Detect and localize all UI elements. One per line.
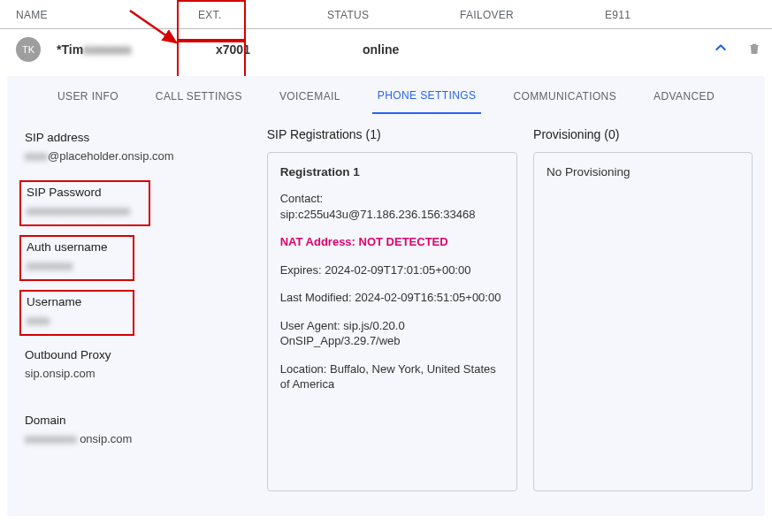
username-field: Username xxxx <box>19 290 134 336</box>
user-ext-cell: x7001 <box>180 42 278 57</box>
sip-address-value: xxxx@placeholder.onsip.com <box>25 149 246 163</box>
registration-expires: Expires: 2024-02-09T17:01:05+00:00 <box>280 262 504 278</box>
sip-address-label: SIP address <box>25 131 246 144</box>
registrations-column: SIP Registrations (1) Registration 1 Con… <box>267 127 517 491</box>
user-detail-panel: USER INFO CALL SETTINGS VOICEMAIL PHONE … <box>7 76 765 516</box>
provisioning-column: Provisioning (0) No Provisioning <box>533 127 753 491</box>
sip-address-suffix: @placeholder.onsip.com <box>48 149 174 163</box>
user-status-cell: online <box>278 42 437 57</box>
left-column: SIP address xxxx@placeholder.onsip.com S… <box>19 127 251 491</box>
tabs-bar: USER INFO CALL SETTINGS VOICEMAIL PHONE … <box>7 76 765 115</box>
domain-field: Domain xxxxxxxxx onsip.com <box>19 410 251 467</box>
delete-trash-icon[interactable] <box>747 41 761 58</box>
username-value: xxxx <box>27 314 127 327</box>
tab-call-settings[interactable]: CALL SETTINGS <box>150 78 248 113</box>
username-label: Username <box>27 295 127 308</box>
provisioning-heading: Provisioning (0) <box>533 127 753 141</box>
registrations-heading: SIP Registrations (1) <box>267 127 517 141</box>
outbound-proxy-field: Outbound Proxy sip.onsip.com <box>19 345 251 401</box>
outbound-proxy-value: sip.onsip.com <box>25 367 246 380</box>
registration-last-modified: Last Modified: 2024-02-09T16:51:05+00:00 <box>280 290 504 306</box>
provisioning-card: No Provisioning <box>533 152 753 491</box>
col-header-ext: EXT. <box>177 5 283 21</box>
tab-voicemail[interactable]: VOICEMAIL <box>274 78 346 113</box>
auth-username-value: xxxxxxxx <box>27 259 127 272</box>
domain-label: Domain <box>25 414 246 427</box>
col-header-failover: FAILOVER <box>442 5 584 21</box>
provisioning-empty: No Provisioning <box>547 165 739 179</box>
registration-location: Location: Buffalo, New York, United Stat… <box>280 361 504 392</box>
user-name-cell: *Timxxxxxxx <box>57 42 180 57</box>
col-header-status: STATUS <box>283 5 442 21</box>
sip-password-value: xxxxxxxxxxxxxxxxxx <box>27 204 143 217</box>
sip-address-blur: xxxx <box>25 149 48 163</box>
registration-user-agent: User Agent: sip.js/0.20.0 OnSIP_App/3.29… <box>280 318 504 349</box>
user-name-blurred: xxxxxxx <box>83 42 132 57</box>
tab-phone-settings[interactable]: PHONE SETTINGS <box>372 77 482 114</box>
tab-communications[interactable]: COMMUNICATIONS <box>508 78 622 113</box>
outbound-proxy-label: Outbound Proxy <box>25 348 246 361</box>
registration-nat: NAT Address: NOT DETECTED <box>280 234 504 250</box>
sip-password-field: SIP Password xxxxxxxxxxxxxxxxxx <box>19 180 150 226</box>
auth-username-label: Auth username <box>27 240 127 254</box>
col-header-e911: E911 <box>584 5 772 21</box>
tab-advanced[interactable]: ADVANCED <box>648 78 720 113</box>
registration-card: Registration 1 Contact: sip:c255u43u@71.… <box>267 152 517 491</box>
tab-user-info[interactable]: USER INFO <box>52 78 124 113</box>
column-headers-row: NAME EXT. STATUS FAILOVER E911 <box>0 0 772 28</box>
col-header-name: NAME <box>0 5 177 21</box>
user-name-visible: *Tim <box>57 42 83 57</box>
domain-suffix: onsip.com <box>80 432 132 445</box>
domain-blur: xxxxxxxxx <box>25 432 77 445</box>
sip-password-label: SIP Password <box>27 186 143 199</box>
registration-contact: Contact: sip:c255u43u@71.186.236.156:334… <box>280 191 504 222</box>
avatar: TK <box>16 37 41 62</box>
user-row[interactable]: TK *Timxxxxxxx x7001 online <box>0 28 772 69</box>
collapse-chevron-icon[interactable] <box>714 41 728 58</box>
sip-address-field: SIP address xxxx@placeholder.onsip.com <box>19 127 251 171</box>
auth-username-field: Auth username xxxxxxxx <box>19 235 134 281</box>
domain-value: xxxxxxxxx onsip.com <box>25 432 246 445</box>
registration-title: Registration 1 <box>280 165 504 179</box>
